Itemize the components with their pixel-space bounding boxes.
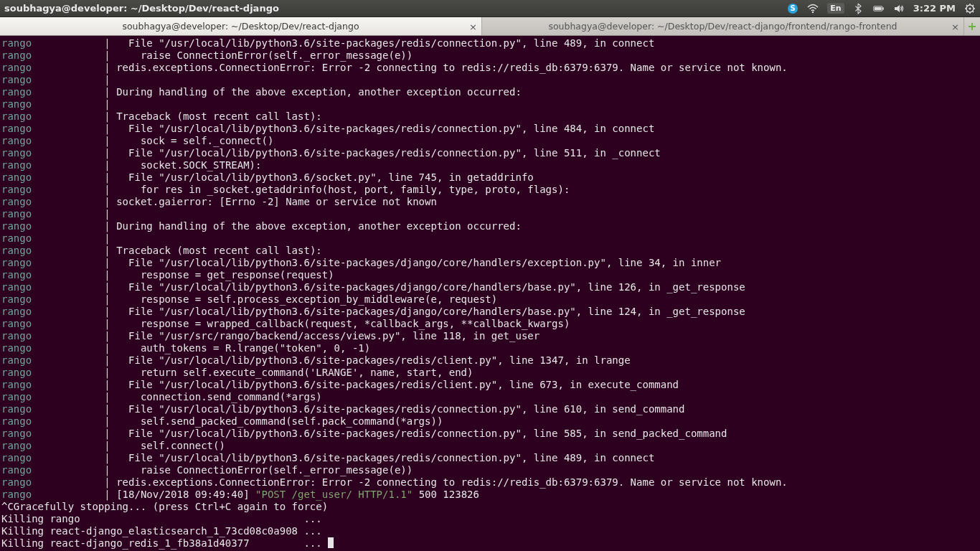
terminal-line: rango |: [1, 232, 979, 245]
terminal-line: rango | File "/usr/local/lib/python3.6/s…: [1, 354, 979, 367]
close-icon[interactable]: ×: [951, 21, 959, 32]
bluetooth-icon[interactable]: [853, 3, 864, 14]
skype-icon[interactable]: S: [787, 3, 798, 14]
terminal-line: rango | Traceback (most recent call last…: [1, 110, 979, 123]
terminal-line: rango | Traceback (most recent call last…: [1, 245, 979, 257]
top-panel: soubhagya@developer: ~/Desktop/Dev/react…: [0, 0, 980, 17]
terminal-line: rango | raise ConnectionError(self._erro…: [1, 50, 979, 62]
terminal-line: rango | self.send_packed_command(self.pa…: [1, 415, 979, 428]
volume-icon[interactable]: [893, 3, 905, 14]
terminal-line: rango | redis.exceptions.ConnectionError…: [1, 62, 979, 74]
language-indicator[interactable]: En: [827, 3, 844, 14]
svg-rect-17: [969, 26, 976, 27]
terminal-line: rango | During handling of the above exc…: [1, 220, 979, 232]
terminal-line: rango | redis.exceptions.ConnectionError…: [1, 476, 979, 489]
terminal-line: ^CGracefully stopping... (press Ctrl+C a…: [1, 501, 979, 513]
terminal-line: Killing react-django_redis_1_fb38a1d4037…: [1, 537, 979, 550]
terminal-line: rango |: [1, 208, 979, 220]
svg-point-2: [812, 11, 814, 12]
terminal-line: rango | File "/usr/src/rango/backend/acc…: [1, 330, 979, 342]
terminal-line: rango | response = self.process_exceptio…: [1, 293, 979, 306]
battery-icon[interactable]: [873, 3, 885, 14]
svg-text:S: S: [791, 4, 796, 12]
svg-line-12: [966, 5, 967, 6]
terminal-line: Killing react-django_elasticsearch_1_73c…: [1, 525, 979, 537]
svg-line-14: [966, 11, 967, 11]
svg-point-7: [969, 7, 971, 9]
session-gear-icon[interactable]: [964, 3, 976, 14]
terminal-line: rango | File "/usr/local/lib/python3.6/s…: [1, 403, 979, 415]
svg-rect-5: [875, 7, 882, 10]
add-tab-button[interactable]: [964, 17, 980, 35]
terminal-line: rango | response = get_response(request): [1, 269, 979, 281]
terminal-line: rango | auth_tokens = R.lrange("token", …: [1, 342, 979, 354]
close-icon[interactable]: ×: [469, 21, 477, 32]
terminal-line: rango | [18/Nov/2018 09:49:40] "POST /ge…: [1, 489, 979, 501]
tab-inactive[interactable]: soubhagya@developer: ~/Desktop/Dev/react…: [482, 17, 964, 35]
terminal-line: rango | response = wrapped_callback(requ…: [1, 318, 979, 330]
terminal-line: rango | During handling of the above exc…: [1, 86, 979, 98]
terminal-line: rango |: [1, 74, 979, 86]
tab-active[interactable]: soubhagya@developer: ~/Desktop/Dev/react…: [0, 17, 482, 35]
terminal-line: rango | socket.SOCK_STREAM):: [1, 159, 979, 171]
terminal-line: rango | File "/usr/local/lib/python3.6/s…: [1, 306, 979, 318]
terminal-line: rango | raise ConnectionError(self._erro…: [1, 464, 979, 476]
window-title: soubhagya@developer: ~/Desktop/Dev/react…: [4, 3, 279, 14]
terminal-tab-bar: soubhagya@developer: ~/Desktop/Dev/react…: [0, 17, 980, 36]
terminal-line: rango | socket.gaierror: [Errno -2] Name…: [1, 196, 979, 208]
terminal-line: rango | File "/usr/local/lib/python3.6/s…: [1, 257, 979, 269]
tab-inactive-label: soubhagya@developer: ~/Desktop/Dev/react…: [548, 21, 897, 32]
terminal-line: rango | File "/usr/local/lib/python3.6/s…: [1, 281, 979, 293]
tab-active-label: soubhagya@developer: ~/Desktop/Dev/react…: [122, 21, 359, 32]
svg-rect-4: [882, 7, 884, 9]
svg-line-15: [973, 5, 974, 6]
wifi-icon[interactable]: [807, 3, 819, 14]
terminal-output[interactable]: rango | File "/usr/local/lib/python3.6/s…: [0, 36, 980, 551]
svg-line-13: [973, 11, 974, 11]
terminal-line: Killing rango ...: [1, 513, 979, 525]
terminal-line: rango | File "/usr/local/lib/python3.6/s…: [1, 379, 979, 391]
terminal-line: rango | File "/usr/local/lib/python3.6/s…: [1, 123, 979, 135]
terminal-line: rango | File "/usr/local/lib/python3.6/s…: [1, 147, 979, 159]
cursor: [328, 537, 334, 548]
terminal-line: rango | for res in _socket.getaddrinfo(h…: [1, 184, 979, 196]
clock[interactable]: 3:22 PM: [913, 3, 956, 14]
terminal-line: rango | File "/usr/local/lib/python3.6/s…: [1, 171, 979, 184]
terminal-line: rango | File "/usr/local/lib/python3.6/s…: [1, 452, 979, 464]
terminal-line: rango | sock = self._connect(): [1, 135, 979, 147]
terminal-line: rango | self.connect(): [1, 440, 979, 452]
terminal-line: rango | connection.send_command(*args): [1, 391, 979, 403]
system-tray: S En 3:22 PM: [787, 3, 976, 14]
terminal-line: rango | File "/usr/local/lib/python3.6/s…: [1, 428, 979, 440]
terminal-line: rango |: [1, 98, 979, 110]
terminal-line: rango | File "/usr/local/lib/python3.6/s…: [1, 37, 979, 50]
terminal-line: rango | return self.execute_command('LRA…: [1, 367, 979, 379]
